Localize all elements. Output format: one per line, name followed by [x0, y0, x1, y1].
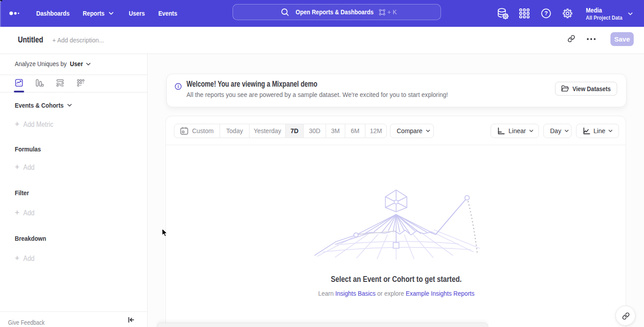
svg-text:?: ? — [544, 10, 548, 17]
